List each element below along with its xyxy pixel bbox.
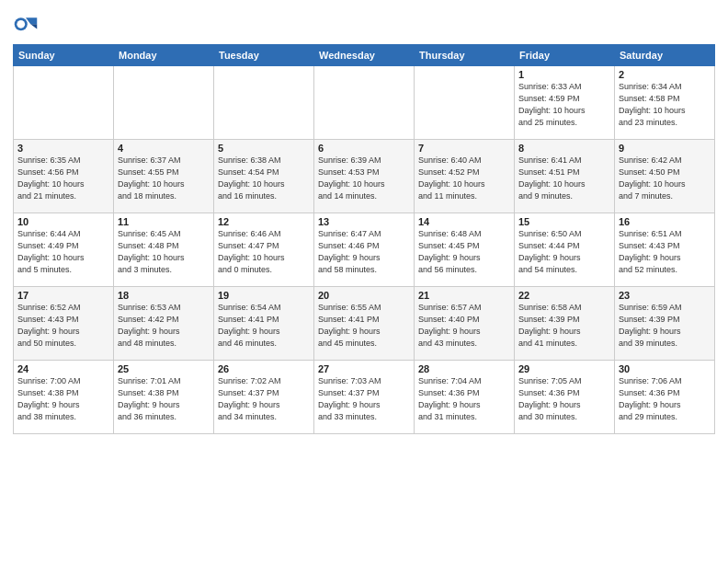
day-info: Sunrise: 6:51 AM Sunset: 4:43 PM Dayligh… <box>619 228 711 276</box>
day-number: 29 <box>518 363 610 374</box>
day-info: Sunrise: 6:35 AM Sunset: 4:56 PM Dayligh… <box>17 155 109 202</box>
calendar-cell <box>14 66 114 140</box>
day-number: 9 <box>619 143 711 154</box>
calendar-cell: 11Sunrise: 6:45 AM Sunset: 4:48 PM Dayli… <box>114 213 214 287</box>
day-number: 23 <box>619 290 711 301</box>
weekday-header-thursday: Thursday <box>415 45 515 66</box>
calendar-cell: 17Sunrise: 6:52 AM Sunset: 4:43 PM Dayli… <box>14 287 114 361</box>
calendar-cell: 2Sunrise: 6:34 AM Sunset: 4:58 PM Daylig… <box>615 66 715 140</box>
day-number: 10 <box>17 216 109 227</box>
day-number: 20 <box>318 290 410 301</box>
day-number: 6 <box>318 143 410 154</box>
day-info: Sunrise: 7:00 AM Sunset: 4:38 PM Dayligh… <box>17 375 109 423</box>
calendar-cell: 15Sunrise: 6:50 AM Sunset: 4:44 PM Dayli… <box>515 213 615 287</box>
day-number: 22 <box>518 290 610 301</box>
calendar-table: SundayMondayTuesdayWednesdayThursdayFrid… <box>13 44 715 434</box>
calendar-cell: 18Sunrise: 6:53 AM Sunset: 4:42 PM Dayli… <box>114 287 214 361</box>
calendar-cell: 27Sunrise: 7:03 AM Sunset: 4:37 PM Dayli… <box>314 361 415 434</box>
calendar-cell <box>415 66 515 140</box>
calendar-cell: 30Sunrise: 7:06 AM Sunset: 4:36 PM Dayli… <box>615 361 715 434</box>
day-number: 19 <box>218 290 310 301</box>
day-number: 27 <box>318 363 410 374</box>
day-info: Sunrise: 6:46 AM Sunset: 4:47 PM Dayligh… <box>218 228 310 276</box>
calendar-cell: 14Sunrise: 6:48 AM Sunset: 4:45 PM Dayli… <box>415 213 515 287</box>
day-info: Sunrise: 6:38 AM Sunset: 4:54 PM Dayligh… <box>218 155 310 202</box>
weekday-header-tuesday: Tuesday <box>214 45 314 66</box>
calendar-cell: 19Sunrise: 6:54 AM Sunset: 4:41 PM Dayli… <box>214 287 314 361</box>
calendar-week-row-2: 10Sunrise: 6:44 AM Sunset: 4:49 PM Dayli… <box>14 213 715 287</box>
day-info: Sunrise: 6:59 AM Sunset: 4:39 PM Dayligh… <box>619 302 711 350</box>
day-number: 8 <box>518 143 610 154</box>
day-info: Sunrise: 6:42 AM Sunset: 4:50 PM Dayligh… <box>619 155 711 202</box>
calendar-cell: 26Sunrise: 7:02 AM Sunset: 4:37 PM Dayli… <box>214 361 314 434</box>
day-number: 4 <box>118 143 210 154</box>
day-number: 11 <box>118 216 210 227</box>
day-number: 28 <box>418 363 510 374</box>
day-number: 24 <box>17 363 109 374</box>
day-info: Sunrise: 6:47 AM Sunset: 4:46 PM Dayligh… <box>318 228 410 276</box>
day-info: Sunrise: 6:48 AM Sunset: 4:45 PM Dayligh… <box>418 228 510 276</box>
weekday-header-monday: Monday <box>114 45 214 66</box>
day-number: 5 <box>218 143 310 154</box>
day-info: Sunrise: 6:34 AM Sunset: 4:58 PM Dayligh… <box>619 81 711 129</box>
day-info: Sunrise: 6:54 AM Sunset: 4:41 PM Dayligh… <box>218 302 310 350</box>
day-info: Sunrise: 6:45 AM Sunset: 4:48 PM Dayligh… <box>118 228 210 276</box>
logo <box>13 13 40 39</box>
calendar-cell: 16Sunrise: 6:51 AM Sunset: 4:43 PM Dayli… <box>615 213 715 287</box>
calendar-cell: 10Sunrise: 6:44 AM Sunset: 4:49 PM Dayli… <box>14 213 114 287</box>
day-info: Sunrise: 6:40 AM Sunset: 4:52 PM Dayligh… <box>418 155 510 202</box>
svg-marker-3 <box>30 24 37 29</box>
day-info: Sunrise: 7:05 AM Sunset: 4:36 PM Dayligh… <box>518 375 610 423</box>
calendar-cell: 5Sunrise: 6:38 AM Sunset: 4:54 PM Daylig… <box>214 140 314 213</box>
calendar-cell: 1Sunrise: 6:33 AM Sunset: 4:59 PM Daylig… <box>515 66 615 140</box>
day-number: 17 <box>17 290 109 301</box>
header <box>13 9 715 39</box>
day-number: 14 <box>418 216 510 227</box>
calendar-cell <box>314 66 415 140</box>
weekday-header-sunday: Sunday <box>14 45 114 66</box>
day-number: 30 <box>619 363 711 374</box>
calendar-cell <box>114 66 214 140</box>
day-number: 7 <box>418 143 510 154</box>
day-number: 15 <box>518 216 610 227</box>
svg-marker-2 <box>26 17 37 24</box>
day-number: 13 <box>318 216 410 227</box>
calendar-cell: 7Sunrise: 6:40 AM Sunset: 4:52 PM Daylig… <box>415 140 515 213</box>
calendar-cell: 13Sunrise: 6:47 AM Sunset: 4:46 PM Dayli… <box>314 213 415 287</box>
calendar-cell: 28Sunrise: 7:04 AM Sunset: 4:36 PM Dayli… <box>415 361 515 434</box>
day-info: Sunrise: 6:33 AM Sunset: 4:59 PM Dayligh… <box>518 81 610 129</box>
calendar-cell: 25Sunrise: 7:01 AM Sunset: 4:38 PM Dayli… <box>114 361 214 434</box>
day-info: Sunrise: 6:44 AM Sunset: 4:49 PM Dayligh… <box>17 228 109 276</box>
calendar-cell: 23Sunrise: 6:59 AM Sunset: 4:39 PM Dayli… <box>615 287 715 361</box>
day-number: 16 <box>619 216 711 227</box>
logo-icon <box>13 13 39 39</box>
weekday-header-friday: Friday <box>515 45 615 66</box>
weekday-header-saturday: Saturday <box>615 45 715 66</box>
day-number: 21 <box>418 290 510 301</box>
day-info: Sunrise: 6:39 AM Sunset: 4:53 PM Dayligh… <box>318 155 410 202</box>
calendar-week-row-1: 3Sunrise: 6:35 AM Sunset: 4:56 PM Daylig… <box>14 140 715 213</box>
calendar-cell: 24Sunrise: 7:00 AM Sunset: 4:38 PM Dayli… <box>14 361 114 434</box>
day-info: Sunrise: 6:52 AM Sunset: 4:43 PM Dayligh… <box>17 302 109 350</box>
page: SundayMondayTuesdayWednesdayThursdayFrid… <box>0 0 728 563</box>
calendar-cell <box>214 66 314 140</box>
svg-point-1 <box>17 20 25 29</box>
day-info: Sunrise: 7:04 AM Sunset: 4:36 PM Dayligh… <box>418 375 510 423</box>
day-number: 1 <box>518 69 610 80</box>
calendar-cell: 8Sunrise: 6:41 AM Sunset: 4:51 PM Daylig… <box>515 140 615 213</box>
calendar-week-row-0: 1Sunrise: 6:33 AM Sunset: 4:59 PM Daylig… <box>14 66 715 140</box>
day-number: 12 <box>218 216 310 227</box>
day-number: 2 <box>619 69 711 80</box>
calendar-cell: 21Sunrise: 6:57 AM Sunset: 4:40 PM Dayli… <box>415 287 515 361</box>
calendar-cell: 4Sunrise: 6:37 AM Sunset: 4:55 PM Daylig… <box>114 140 214 213</box>
calendar-cell: 20Sunrise: 6:55 AM Sunset: 4:41 PM Dayli… <box>314 287 415 361</box>
weekday-header-wednesday: Wednesday <box>314 45 415 66</box>
day-info: Sunrise: 7:02 AM Sunset: 4:37 PM Dayligh… <box>218 375 310 423</box>
day-info: Sunrise: 6:58 AM Sunset: 4:39 PM Dayligh… <box>518 302 610 350</box>
calendar-cell: 29Sunrise: 7:05 AM Sunset: 4:36 PM Dayli… <box>515 361 615 434</box>
calendar-cell: 9Sunrise: 6:42 AM Sunset: 4:50 PM Daylig… <box>615 140 715 213</box>
day-info: Sunrise: 6:53 AM Sunset: 4:42 PM Dayligh… <box>118 302 210 350</box>
day-info: Sunrise: 7:01 AM Sunset: 4:38 PM Dayligh… <box>118 375 210 423</box>
day-info: Sunrise: 6:37 AM Sunset: 4:55 PM Dayligh… <box>118 155 210 202</box>
calendar-week-row-4: 24Sunrise: 7:00 AM Sunset: 4:38 PM Dayli… <box>14 361 715 434</box>
